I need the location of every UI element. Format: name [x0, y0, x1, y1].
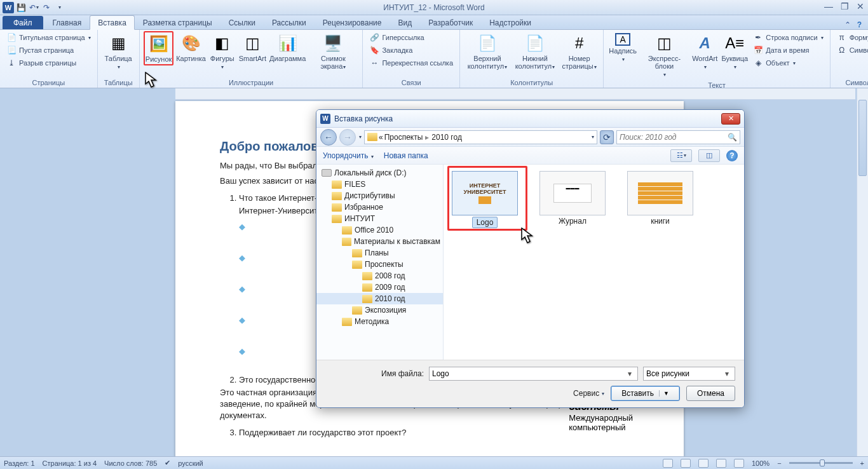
scrollbar-thumb[interactable] [858, 100, 867, 176]
tree-item[interactable]: Дистрибутивы [316, 190, 443, 201]
view-reading-icon[interactable] [681, 459, 691, 468]
shapes-button[interactable]: ◧Фигуры▾ [208, 31, 236, 73]
zoom-in-button[interactable]: + [860, 459, 864, 467]
dialog-help-icon[interactable]: ? [726, 150, 738, 161]
zoom-out-button[interactable]: − [777, 459, 781, 467]
folder-tree[interactable]: Локальный диск (D:)FILESДистрибутивыИзбр… [316, 165, 444, 360]
refresh-button[interactable]: ⟳ [600, 130, 614, 144]
search-input[interactable] [620, 133, 728, 142]
ribbon-minimize-icon[interactable]: ⌃ [844, 20, 851, 29]
view-print-icon[interactable] [663, 459, 673, 468]
datetime-button[interactable]: 📅Дата и время [750, 44, 825, 57]
view-draft-icon[interactable] [734, 459, 744, 468]
bookmark-button[interactable]: 🔖Закладка [367, 44, 456, 57]
signature-button[interactable]: ✒Строка подписи▾ [750, 31, 825, 44]
nav-forward-button[interactable]: → [339, 129, 356, 146]
tree-item[interactable]: 2010 год [316, 293, 443, 304]
page-break-button[interactable]: ⤓Разрыв страницы [4, 57, 93, 69]
cover-page-button[interactable]: 📄Титульная страница▾ [4, 31, 93, 44]
picture-button[interactable]: 🖼️Рисунок [144, 31, 174, 65]
view-web-icon[interactable] [698, 459, 709, 468]
file-item[interactable]: ИНТЕРНЕТ УНИВЕРСИТЕТLogo [450, 171, 520, 228]
tree-item[interactable]: Методика [316, 316, 443, 327]
file-item[interactable]: книги [625, 171, 695, 226]
tab-mailings[interactable]: Рассылки [264, 15, 315, 29]
smartart-button[interactable]: ◫SmartArt [238, 31, 268, 64]
file-list[interactable]: ИНТЕРНЕТ УНИВЕРСИТЕТLogo▬▬▬Журналкниги [444, 165, 744, 360]
blank-page-button[interactable]: 📃Пустая страница [4, 44, 93, 57]
save-icon[interactable]: 💾 [15, 2, 27, 13]
tree-item[interactable]: Планы [316, 247, 443, 259]
views-button[interactable]: ☷ ▾ [670, 149, 692, 162]
tree-item[interactable]: 2008 год [316, 270, 443, 282]
crossref-button[interactable]: ↔Перекрестная ссылка [367, 57, 456, 69]
pagenumber-button[interactable]: #Номер страницы▾ [559, 31, 599, 73]
organize-button[interactable]: Упорядочить ▾ [323, 151, 374, 160]
tree-item[interactable]: Проспекты [316, 259, 443, 270]
tab-developer[interactable]: Разработчик [420, 15, 481, 29]
vertical-scrollbar[interactable] [857, 88, 868, 456]
tab-references[interactable]: Ссылки [220, 15, 264, 29]
equation-button[interactable]: πФормула▾ [834, 31, 868, 44]
header-button[interactable]: 📄Верхний колонтитул▾ [464, 31, 511, 73]
chart-button[interactable]: 📊Диаграмма [269, 31, 306, 64]
tab-layout[interactable]: Разметка страницы [135, 15, 220, 29]
nav-back-button[interactable]: ← [320, 129, 337, 146]
status-section[interactable]: Раздел: 1 [4, 459, 35, 467]
redo-icon[interactable]: ↷ [41, 2, 52, 13]
undo-icon[interactable]: ↶▾ [28, 2, 39, 13]
nav-history-dropdown[interactable]: ▾ [359, 134, 362, 140]
close-icon[interactable]: ✕ [857, 1, 864, 11]
symbol-button[interactable]: ΩСимвол▾ [834, 44, 868, 57]
search-icon[interactable]: 🔍 [728, 133, 737, 142]
footer-button[interactable]: 📄Нижний колонтитул▾ [512, 31, 558, 73]
status-page[interactable]: Страница: 1 из 4 [43, 459, 97, 467]
screenshot-button[interactable]: 🖥️Снимок экрана▾ [308, 31, 358, 73]
filename-input[interactable]: Logo▾ [429, 367, 638, 381]
tab-home[interactable]: Главная [44, 15, 90, 29]
filter-dropdown[interactable]: Все рисунки▾ [643, 367, 735, 381]
tab-review[interactable]: Рецензирование [315, 15, 390, 29]
textbox-button[interactable]: AНадпись▾ [607, 31, 638, 65]
qat-more-icon[interactable]: ▾ [53, 2, 65, 13]
dialog-close-button[interactable]: ✕ [721, 113, 740, 125]
file-item[interactable]: ▬▬▬Журнал [538, 171, 607, 226]
tree-item[interactable]: Материалы к выставкам [316, 236, 443, 247]
tree-item[interactable]: FILES [316, 179, 443, 190]
wordart-button[interactable]: AWordArt▾ [691, 31, 719, 73]
help-icon[interactable]: ? [857, 20, 862, 29]
tree-item[interactable]: Office 2010 [316, 224, 443, 236]
tree-item[interactable]: 2009 год [316, 282, 443, 293]
object-button[interactable]: ◈Объект▾ [750, 57, 825, 69]
horizontal-ruler[interactable] [175, 88, 855, 100]
preview-pane-button[interactable]: ◫ [698, 149, 720, 162]
dropcap-button[interactable]: A≡Буквица▾ [720, 31, 749, 73]
cancel-button[interactable]: Отмена [686, 386, 735, 401]
clipart-button[interactable]: 🎨Картинка [175, 31, 207, 64]
hyperlink-button[interactable]: 🔗Гиперссылка [367, 31, 456, 44]
tab-insert[interactable]: Вставка [90, 15, 135, 30]
insert-button[interactable]: Вставить▼ [611, 386, 680, 401]
quickparts-button[interactable]: ◫Экспресс-блоки▾ [639, 31, 689, 81]
tree-item[interactable]: Локальный диск (D:) [316, 167, 443, 179]
status-proof-icon[interactable]: ✔ [165, 459, 170, 467]
tab-addins[interactable]: Надстройки [481, 15, 539, 29]
breadcrumb[interactable]: « Проспекты▸ 2010 год ▾ [364, 130, 597, 144]
zoom-level[interactable]: 100% [752, 459, 770, 467]
status-wordcount[interactable]: Число слов: 785 [104, 459, 157, 467]
table-button[interactable]: ▦Таблица▾ [102, 31, 135, 73]
restore-icon[interactable]: ❐ [841, 1, 849, 11]
newfolder-button[interactable]: Новая папка [384, 151, 428, 160]
crumb-dropdown-icon[interactable]: ▾ [592, 134, 594, 140]
minimize-icon[interactable]: ― [824, 1, 833, 11]
status-language[interactable]: русский [178, 459, 203, 467]
tree-item[interactable]: Экспозиция [316, 304, 443, 316]
tab-file[interactable]: Файл [3, 16, 43, 29]
zoom-slider[interactable] [789, 462, 853, 464]
tree-item[interactable]: ИНТУИТ [316, 213, 443, 224]
tools-dropdown[interactable]: Сервис ▾ [573, 389, 604, 398]
tab-view[interactable]: Вид [390, 15, 420, 29]
view-outline-icon[interactable] [716, 459, 726, 468]
tree-item[interactable]: Избранное [316, 201, 443, 213]
dialog-titlebar[interactable]: W Вставка рисунка ✕ [316, 110, 744, 128]
